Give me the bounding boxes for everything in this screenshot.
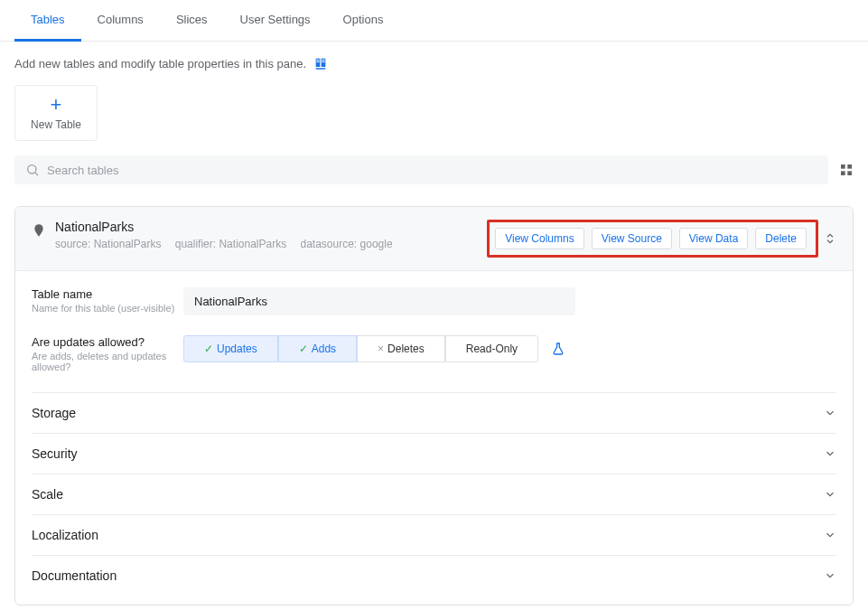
expand-collapse-icon[interactable] xyxy=(824,232,836,245)
help-book-icon[interactable] xyxy=(313,56,328,70)
seg-deletes[interactable]: ×Deletes xyxy=(357,335,445,362)
table-name-input[interactable] xyxy=(183,287,575,315)
accordion-scale[interactable]: Scale xyxy=(32,474,836,515)
svg-rect-1 xyxy=(322,60,324,61)
view-source-button[interactable]: View Source xyxy=(592,228,672,249)
pin-icon xyxy=(32,221,46,239)
svg-rect-0 xyxy=(316,60,319,61)
delete-button[interactable]: Delete xyxy=(755,228,807,249)
updates-label: Are updates allowed? xyxy=(32,335,183,349)
new-table-button[interactable]: + New Table xyxy=(14,85,98,141)
svg-point-4 xyxy=(28,165,36,174)
seg-adds[interactable]: ✓Adds xyxy=(278,335,357,362)
chevron-down-icon xyxy=(824,569,836,582)
accordion-documentation[interactable]: Documentation xyxy=(32,556,836,596)
updates-segmented: ✓Updates ✓Adds ×Deletes Read-Only xyxy=(183,335,538,362)
svg-rect-2 xyxy=(316,61,319,62)
search-input[interactable] xyxy=(47,164,817,177)
grid-view-icon[interactable] xyxy=(839,163,854,177)
action-buttons-highlight: View Columns View Source View Data Delet… xyxy=(487,220,818,258)
svg-rect-6 xyxy=(841,164,845,169)
search-box xyxy=(14,155,828,184)
tab-slices[interactable]: Slices xyxy=(160,0,224,42)
svg-line-5 xyxy=(35,173,38,175)
accordion-localization[interactable]: Localization xyxy=(32,515,836,556)
chevron-down-icon xyxy=(824,488,836,501)
flask-icon[interactable] xyxy=(551,342,565,356)
updates-sublabel: Are adds, deletes and updates allowed? xyxy=(32,351,183,372)
table-name-sublabel: Name for this table (user-visible) xyxy=(32,303,183,314)
panel-meta: source: NationalParks qualifier: Nationa… xyxy=(55,238,404,250)
plus-icon: + xyxy=(51,95,62,115)
seg-readonly[interactable]: Read-Only xyxy=(445,335,538,362)
view-columns-button[interactable]: View Columns xyxy=(495,228,583,249)
chevron-down-icon xyxy=(824,529,836,541)
svg-rect-3 xyxy=(322,61,324,62)
table-name-label: Table name xyxy=(32,287,183,301)
new-table-label: New Table xyxy=(31,118,81,131)
table-panel: NationalParks source: NationalParks qual… xyxy=(14,206,854,605)
pane-description-text: Add new tables and modify table properti… xyxy=(14,57,306,70)
chevron-down-icon xyxy=(824,447,836,460)
tab-options[interactable]: Options xyxy=(327,0,400,42)
svg-rect-8 xyxy=(841,171,845,175)
main-tabs: Tables Columns Slices User Settings Opti… xyxy=(0,0,868,42)
pane-description: Add new tables and modify table properti… xyxy=(14,56,854,70)
tab-columns[interactable]: Columns xyxy=(81,0,160,42)
accordion-storage[interactable]: Storage xyxy=(32,393,836,434)
view-data-button[interactable]: View Data xyxy=(679,228,748,249)
chevron-down-icon xyxy=(824,407,836,419)
accordion-security[interactable]: Security xyxy=(32,434,836,474)
panel-title: NationalParks xyxy=(55,220,404,234)
search-icon xyxy=(25,163,40,177)
tab-user-settings[interactable]: User Settings xyxy=(224,0,327,42)
seg-updates[interactable]: ✓Updates xyxy=(183,335,278,362)
svg-rect-7 xyxy=(847,164,852,169)
accordion: Storage Security Scale Localization Docu… xyxy=(32,392,836,596)
tab-tables[interactable]: Tables xyxy=(14,0,81,42)
panel-header: NationalParks source: NationalParks qual… xyxy=(15,207,853,271)
svg-rect-9 xyxy=(847,171,852,175)
